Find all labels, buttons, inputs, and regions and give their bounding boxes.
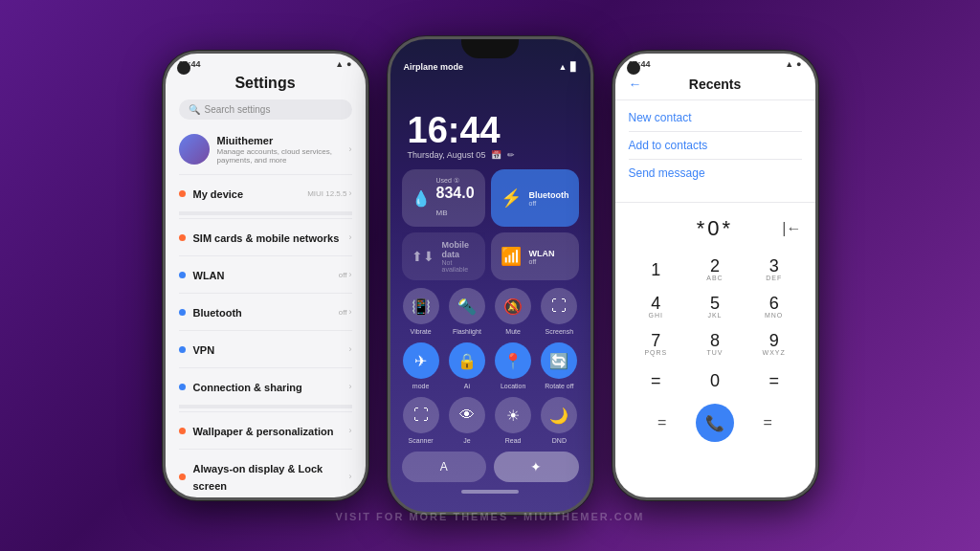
cc-grid-row3: ⛶ Scanner 👁 Je ☀ Read 🌙 DND xyxy=(390,397,590,444)
volume-icon: ✦ xyxy=(530,459,542,474)
airplane-btn-label: mode xyxy=(412,383,430,389)
settings-item-vpn[interactable]: VPN › xyxy=(166,334,366,364)
divider xyxy=(179,293,352,294)
backspace-button[interactable]: |← xyxy=(782,220,801,237)
divider xyxy=(179,174,352,175)
airplane-btn[interactable]: ✈ mode xyxy=(402,342,440,389)
search-placeholder: Search settings xyxy=(205,104,271,115)
scanner-label: Scanner xyxy=(409,437,434,444)
wlan-status: off xyxy=(339,271,347,279)
dial-key-hash[interactable]: = xyxy=(746,366,802,396)
dial-key-6[interactable]: 6 MNO xyxy=(746,290,802,323)
new-contact-link[interactable]: New contact xyxy=(629,104,802,131)
dial-key-2[interactable]: 2 ABC xyxy=(687,253,743,286)
screenshot-icon: ⛶ xyxy=(541,288,577,324)
storage-tile[interactable]: 💧 Used ① 834.0 MB xyxy=(402,169,485,227)
location-btn[interactable]: 📍 Location xyxy=(494,342,532,389)
wlan-label: WLAN xyxy=(193,270,225,281)
wlan-tile[interactable]: 📶 WLAN off xyxy=(491,232,579,280)
cc-date-text: Thursday, August 05 xyxy=(408,150,486,160)
user-subtitle: Manage accounts, cloud services, payment… xyxy=(217,147,349,165)
equals-left: = xyxy=(657,414,666,431)
dot-icon xyxy=(179,428,186,434)
divider xyxy=(179,405,352,408)
miui-badge: MIUI 12.5.5 xyxy=(307,189,346,198)
mobile-data-status: Not available xyxy=(442,259,476,273)
edit-icon: ✏ xyxy=(507,150,515,160)
dial-key-9[interactable]: 9 WXYZ xyxy=(746,327,802,361)
mobile-data-icon: ⬆⬇ xyxy=(412,249,434,264)
dial-key-3[interactable]: 3 DEF xyxy=(746,253,802,286)
aod-label: Always-on display & Lock screen xyxy=(193,463,323,492)
hash-symbol: = xyxy=(768,371,779,391)
mute-icon: 🔕 xyxy=(495,288,531,324)
status-icons-right: ▲ ● xyxy=(785,59,801,69)
chevron-icon: › xyxy=(349,232,352,242)
dnd-btn[interactable]: 🌙 DND xyxy=(540,397,578,444)
chevron-icon: › xyxy=(349,144,352,154)
bluetooth-label: Bluetooth xyxy=(193,307,242,319)
storage-value: 834.0 xyxy=(436,185,475,201)
back-button[interactable]: ← xyxy=(629,77,642,92)
scanner-btn[interactable]: ⛶ Scanner xyxy=(402,397,440,444)
settings-item-sim[interactable]: SIM cards & mobile networks › xyxy=(166,222,366,253)
dial-key-8[interactable]: 8 TUV xyxy=(687,327,743,361)
flashlight-btn[interactable]: 🔦 Flashlight xyxy=(448,288,486,335)
home-indicator xyxy=(461,490,519,494)
mobile-data-tile[interactable]: ⬆⬇ Mobile data Not available xyxy=(402,232,485,280)
volume-slider[interactable]: ✦ xyxy=(494,452,579,482)
eye-btn[interactable]: 👁 Je xyxy=(448,397,486,444)
mute-btn[interactable]: 🔕 Mute xyxy=(494,288,532,335)
dial-key-5[interactable]: 5 JKL xyxy=(687,290,743,323)
vibrate-btn[interactable]: 📳 Vibrate xyxy=(402,288,440,335)
cc-tiles: 💧 Used ① 834.0 MB ⚡ Blueto xyxy=(390,169,590,280)
dial-key-4[interactable]: 4 GHI xyxy=(629,290,684,323)
dial-key-star[interactable]: = xyxy=(629,366,684,396)
chevron-icon: › xyxy=(349,472,352,481)
settings-item-connection[interactable]: Connection & sharing › xyxy=(166,371,366,402)
brightness-slider[interactable]: A xyxy=(402,452,487,482)
call-button[interactable]: 📞 xyxy=(696,404,734,442)
dial-bottom-row: = 0 = xyxy=(615,364,815,398)
bluetooth-tile[interactable]: ⚡ Bluetooth off xyxy=(491,169,579,227)
scanner-icon: ⛶ xyxy=(403,397,439,433)
status-icons-left: ▲ ● xyxy=(335,59,351,69)
ai-icon: 🔒 xyxy=(449,342,485,379)
send-message-link[interactable]: Send message xyxy=(629,160,802,187)
storage-used-label: Used ① xyxy=(436,177,459,185)
bluetooth-tile-status: off xyxy=(529,200,569,207)
my-device-item[interactable]: My device MIUI 12.5.5 › xyxy=(166,178,366,209)
storage-unit: MB xyxy=(436,209,448,217)
settings-user-item[interactable]: Miuithemer Manage accounts, cloud servic… xyxy=(166,127,366,171)
read-btn[interactable]: ☀ Read xyxy=(494,397,532,444)
vpn-label: VPN xyxy=(193,344,215,356)
ai-btn[interactable]: 🔒 Ai xyxy=(448,342,486,389)
add-to-contacts-link[interactable]: Add to contacts xyxy=(629,132,802,159)
phones-container: 16:44 ▲ ● Settings 🔍 Search settings Miu… xyxy=(163,36,818,515)
search-bar[interactable]: 🔍 Search settings xyxy=(179,99,352,120)
call-icon: 📞 xyxy=(705,414,724,432)
dot-icon xyxy=(179,474,186,480)
eye-icon: 👁 xyxy=(449,397,485,433)
flashlight-label: Flashlight xyxy=(453,328,481,335)
wallpaper-label: Wallpaper & personalization xyxy=(193,426,334,437)
rotate-btn[interactable]: 🔄 Rotate off xyxy=(540,342,578,389)
recents-header: ← Recents xyxy=(615,71,815,99)
airplane-icon: ✈ xyxy=(403,342,439,379)
dial-key-1[interactable]: 1 xyxy=(629,253,684,286)
spacer xyxy=(615,190,815,202)
flashlight-icon: 🔦 xyxy=(449,288,485,324)
settings-item-bluetooth[interactable]: Bluetooth off › xyxy=(166,297,366,327)
ai-label: Ai xyxy=(464,383,470,389)
dial-key-0[interactable]: 0 xyxy=(687,366,743,396)
settings-item-wallpaper[interactable]: Wallpaper & personalization › xyxy=(166,415,366,446)
dial-key-7[interactable]: 7 PQRS xyxy=(629,327,684,361)
dnd-label: DND xyxy=(552,437,567,444)
screenshot-btn[interactable]: ⛶ Screensh xyxy=(540,288,578,335)
connection-label: Connection & sharing xyxy=(193,382,302,393)
divider xyxy=(179,211,352,215)
call-row: = 📞 = xyxy=(615,398,815,448)
bluetooth-tile-label: Bluetooth xyxy=(529,190,569,200)
settings-item-wlan[interactable]: WLAN off › xyxy=(166,259,366,290)
settings-item-aod[interactable]: Always-on display & Lock screen › xyxy=(166,452,366,500)
